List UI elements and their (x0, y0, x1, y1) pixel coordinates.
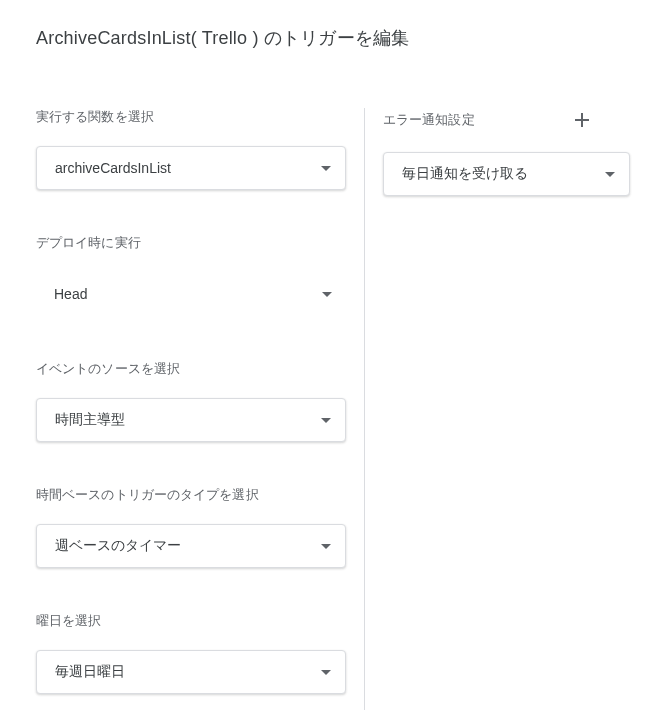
day-select[interactable]: 毎週日曜日 (36, 650, 346, 694)
event-source-field: イベントのソースを選択 時間主導型 (36, 360, 346, 442)
chevron-down-icon (605, 172, 615, 177)
timer-type-field: 時間ベースのトリガーのタイプを選択 週ベースのタイマー (36, 486, 346, 568)
chevron-down-icon (321, 670, 331, 675)
right-column: エラー通知設定 毎日通知を受け取る (383, 108, 630, 710)
function-select-value: archiveCardsInList (55, 160, 171, 176)
function-label: 実行する関数を選択 (36, 108, 346, 126)
chevron-down-icon (321, 544, 331, 549)
event-source-select-value: 時間主導型 (55, 411, 125, 429)
error-notify-select-value: 毎日通知を受け取る (402, 165, 528, 183)
columns: 実行する関数を選択 archiveCardsInList デプロイ時に実行 He… (36, 108, 630, 710)
function-select[interactable]: archiveCardsInList (36, 146, 346, 190)
function-field: 実行する関数を選択 archiveCardsInList (36, 108, 346, 190)
deploy-select-value: Head (54, 286, 87, 302)
error-notify-field: エラー通知設定 毎日通知を受け取る (383, 108, 630, 196)
deploy-label: デプロイ時に実行 (36, 234, 346, 252)
timer-type-select-value: 週ベースのタイマー (55, 537, 181, 555)
add-notification-button[interactable] (570, 108, 594, 132)
day-label: 曜日を選択 (36, 612, 346, 630)
event-source-select[interactable]: 時間主導型 (36, 398, 346, 442)
chevron-down-icon (321, 418, 331, 423)
plus-icon (575, 110, 589, 130)
dialog-title: ArchiveCardsInList( Trello ) のトリガーを編集 (36, 26, 630, 50)
chevron-down-icon (322, 292, 332, 297)
timer-type-label: 時間ベースのトリガーのタイプを選択 (36, 486, 346, 504)
error-notify-select[interactable]: 毎日通知を受け取る (383, 152, 630, 196)
event-source-label: イベントのソースを選択 (36, 360, 346, 378)
deploy-select[interactable]: Head (36, 272, 346, 316)
day-field: 曜日を選択 毎週日曜日 (36, 612, 346, 694)
chevron-down-icon (321, 166, 331, 171)
deploy-field: デプロイ時に実行 Head (36, 234, 346, 316)
vertical-divider (364, 108, 365, 710)
left-column: 実行する関数を選択 archiveCardsInList デプロイ時に実行 He… (36, 108, 346, 710)
day-select-value: 毎週日曜日 (55, 663, 125, 681)
error-notify-label: エラー通知設定 (383, 111, 475, 129)
timer-type-select[interactable]: 週ベースのタイマー (36, 524, 346, 568)
trigger-editor-dialog: ArchiveCardsInList( Trello ) のトリガーを編集 実行… (0, 0, 666, 710)
